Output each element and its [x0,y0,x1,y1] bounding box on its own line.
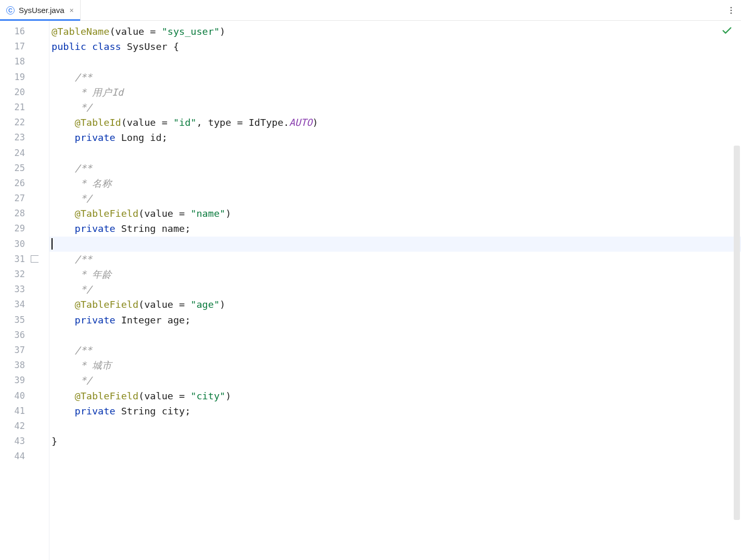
line-number[interactable]: 34 [0,297,49,312]
code-line[interactable]: @TableField(value = "city") [49,388,741,403]
line-number[interactable]: 33 [0,282,49,297]
line-number[interactable]: 32 [0,267,49,282]
code-line[interactable] [49,146,741,161]
code-line[interactable] [49,328,741,343]
code-line[interactable]: private String city; [49,403,741,419]
code-line[interactable]: /** [49,161,741,176]
code-line[interactable]: @TableField(value = "age") [49,297,741,312]
line-number[interactable]: 22 [0,115,49,130]
code-line[interactable]: private Integer age; [49,312,741,328]
code-line[interactable]: private Long id; [49,130,741,145]
line-number[interactable]: 19 [0,70,49,85]
line-number[interactable]: 36 [0,328,49,343]
code-line[interactable]: /** [49,343,741,358]
line-number[interactable]: 41 [0,403,49,419]
line-number[interactable]: 39 [0,373,49,388]
text-caret [52,238,53,250]
code-line[interactable]: @TableId(value = "id", type = IdType.AUT… [49,115,741,130]
line-number-gutter[interactable]: 1617181920212223242526272829303132333435… [0,21,49,560]
code-line[interactable]: /** [49,70,741,85]
line-number[interactable]: 28 [0,206,49,221]
svg-point-1 [731,9,732,11]
vertical-scrollbar-thumb[interactable] [734,146,740,520]
code-line[interactable]: * 用户Id [49,85,741,100]
line-number[interactable]: 18 [0,54,49,69]
line-number[interactable]: 30 [0,237,49,252]
svg-point-2 [731,12,732,14]
line-number[interactable]: 42 [0,419,49,434]
code-line[interactable] [49,419,741,434]
code-line[interactable]: /** [49,252,741,267]
tab-overflow-menu[interactable] [721,0,741,20]
line-number[interactable]: 17 [0,39,49,54]
line-number[interactable]: 38 [0,358,49,373]
line-number[interactable]: 40 [0,388,49,403]
code-line[interactable]: */ [49,373,741,388]
code-line[interactable]: * 城市 [49,358,741,373]
kebab-icon [726,6,736,15]
line-number[interactable]: 27 [0,191,49,206]
editor-tabbar: C SysUser.java × [0,0,741,21]
line-number[interactable]: 37 [0,343,49,358]
line-number[interactable]: 20 [0,85,49,100]
line-number[interactable]: 43 [0,434,49,449]
close-icon[interactable]: × [69,6,75,15]
code-line[interactable] [49,449,741,464]
code-line[interactable]: * 年龄 [49,267,741,282]
code-line[interactable]: */ [49,100,741,115]
code-line[interactable]: */ [49,191,741,206]
tab-filename: SysUser.java [19,6,65,15]
code-line[interactable] [49,237,741,252]
code-line[interactable]: public class SysUser { [49,39,741,54]
code-line[interactable] [49,54,741,69]
line-number[interactable]: 23 [0,130,49,145]
code-line[interactable]: private String name; [49,221,741,236]
code-line[interactable]: @TableName(value = "sys_user") [49,24,741,39]
line-number[interactable]: 16 [0,24,49,39]
line-number[interactable]: 35 [0,312,49,328]
line-number[interactable]: 25 [0,161,49,176]
svg-point-0 [731,7,732,8]
code-area[interactable]: @TableName(value = "sys_user")public cla… [49,21,741,560]
code-editor[interactable]: 1617181920212223242526272829303132333435… [0,21,741,560]
code-line[interactable]: @TableField(value = "name") [49,206,741,221]
line-number[interactable]: 26 [0,176,49,191]
tab-sysuser-java[interactable]: C SysUser.java × [0,0,81,20]
line-number[interactable]: 21 [0,100,49,115]
line-number[interactable]: 44 [0,449,49,464]
line-number[interactable]: 29 [0,221,49,236]
line-number[interactable]: 31 [0,252,49,267]
code-line[interactable]: * 名称 [49,176,741,191]
code-line[interactable]: } [49,434,741,449]
code-line[interactable]: */ [49,282,741,297]
line-number[interactable]: 24 [0,146,49,161]
class-file-icon: C [6,6,15,15]
